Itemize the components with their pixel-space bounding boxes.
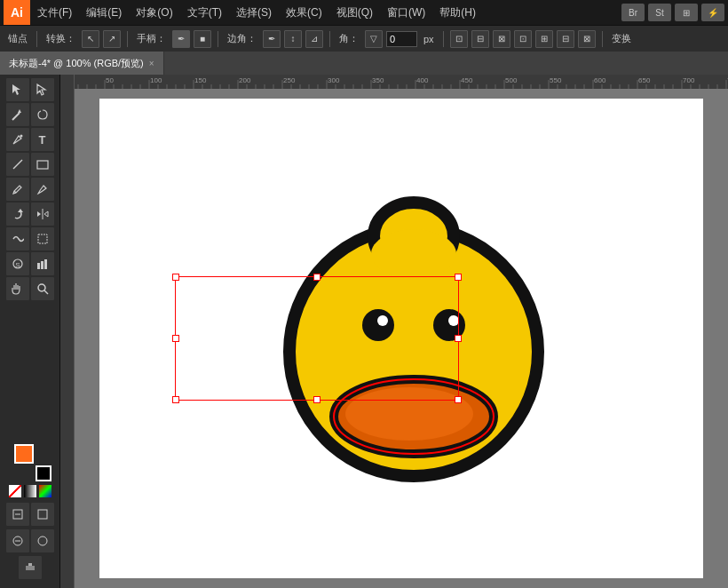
rectangle-tool[interactable] bbox=[31, 153, 54, 176]
svg-line-19 bbox=[44, 290, 48, 294]
handle-top-left[interactable] bbox=[172, 274, 179, 281]
active-tab[interactable]: 未标题-4* @ 100% (RGB/预览) × bbox=[0, 52, 164, 75]
extra-tool-4[interactable] bbox=[31, 529, 54, 552]
svg-rect-22 bbox=[38, 510, 47, 519]
corner-btn3[interactable]: ⊿ bbox=[305, 30, 323, 48]
menu-window[interactable]: 窗口(W) bbox=[380, 0, 432, 25]
align-btn5[interactable]: ⊞ bbox=[535, 30, 553, 48]
svg-text:250: 250 bbox=[283, 76, 296, 84]
corner-btn2[interactable]: ↕ bbox=[284, 30, 302, 48]
menu-type[interactable]: 文字(T) bbox=[180, 0, 229, 25]
transform-btn1[interactable]: ↖ bbox=[82, 30, 99, 48]
paintbrush-tool[interactable] bbox=[31, 178, 54, 201]
extra-tool-1[interactable] bbox=[6, 503, 29, 526]
align-btn1[interactable]: ⊡ bbox=[450, 30, 468, 48]
tool-row-1 bbox=[0, 78, 59, 101]
fill-color-swatch[interactable] bbox=[14, 444, 34, 464]
svg-text:600: 600 bbox=[594, 76, 606, 84]
svg-marker-1 bbox=[37, 84, 45, 95]
corner-btn[interactable]: ✒ bbox=[263, 30, 281, 48]
rotate-tool[interactable] bbox=[6, 203, 29, 226]
menu-effect[interactable]: 效果(C) bbox=[279, 0, 329, 25]
tool-row-5 bbox=[0, 178, 59, 201]
duck-artwork bbox=[263, 187, 565, 489]
st-icon[interactable]: St bbox=[648, 4, 671, 21]
magic-wand-tool[interactable] bbox=[6, 103, 29, 126]
menu-file[interactable]: 文件(F) bbox=[30, 0, 79, 25]
align-btn6[interactable]: ⊟ bbox=[557, 30, 574, 48]
angle-input[interactable] bbox=[386, 31, 417, 47]
angle-dropdown[interactable]: ▽ bbox=[365, 30, 383, 48]
align-btn3[interactable]: ⊠ bbox=[493, 30, 510, 48]
column-graph-tool[interactable] bbox=[31, 252, 54, 275]
svg-text:S: S bbox=[15, 261, 20, 269]
svg-text:50: 50 bbox=[106, 76, 114, 84]
menu-bar: 文件(F) 编辑(E) 对象(O) 文字(T) 选择(S) 效果(C) 视图(Q… bbox=[30, 0, 621, 25]
svg-text:200: 200 bbox=[239, 76, 251, 84]
white-canvas bbox=[99, 99, 703, 578]
svg-rect-6 bbox=[37, 161, 48, 169]
svg-point-131 bbox=[433, 309, 465, 341]
divider3 bbox=[218, 31, 218, 47]
hand-tool[interactable] bbox=[6, 277, 29, 300]
tool-row-2 bbox=[0, 103, 59, 126]
menu-help[interactable]: 帮助(H) bbox=[432, 0, 483, 25]
free-transform-tool[interactable] bbox=[31, 227, 54, 250]
transform-btn2[interactable]: ↗ bbox=[103, 30, 121, 48]
align-btn2[interactable]: ⊟ bbox=[471, 30, 489, 48]
svg-point-126 bbox=[371, 229, 456, 279]
br-icon[interactable]: Br bbox=[621, 4, 645, 21]
direct-selection-tool[interactable] bbox=[31, 78, 54, 101]
svg-line-2 bbox=[12, 113, 20, 120]
transform-label2: 变换 bbox=[609, 32, 634, 45]
svg-point-4 bbox=[20, 135, 22, 138]
menu-view[interactable]: 视图(Q) bbox=[329, 0, 380, 25]
handle-btn1[interactable]: ✒ bbox=[172, 30, 190, 48]
extra-tool-5[interactable] bbox=[19, 556, 42, 579]
svg-text:450: 450 bbox=[461, 76, 473, 84]
zoom-tool[interactable] bbox=[31, 277, 54, 300]
grid-icon[interactable]: ⊞ bbox=[675, 4, 698, 21]
extra-tool-2[interactable] bbox=[31, 503, 54, 526]
none-swatch[interactable] bbox=[9, 485, 21, 497]
ai-logo: Ai bbox=[4, 0, 30, 25]
reflect-tool[interactable] bbox=[31, 203, 54, 226]
handle-bot-left[interactable] bbox=[172, 396, 179, 403]
menu-object[interactable]: 对象(O) bbox=[129, 0, 179, 25]
warp-tool[interactable] bbox=[6, 227, 29, 250]
line-tool[interactable] bbox=[6, 153, 29, 176]
pencil-tool[interactable] bbox=[6, 178, 29, 201]
align-btn4[interactable]: ⊡ bbox=[514, 30, 532, 48]
stroke-color-swatch[interactable] bbox=[36, 465, 51, 481]
canvas-area[interactable]: 5010015020025030035040045050055060065070… bbox=[60, 75, 728, 588]
tab-close-button[interactable]: × bbox=[149, 59, 154, 68]
tool-row-4 bbox=[0, 153, 59, 176]
color-swatch[interactable] bbox=[39, 485, 51, 497]
svg-marker-0 bbox=[12, 84, 20, 95]
ruler-left bbox=[60, 75, 75, 588]
svg-text:700: 700 bbox=[683, 76, 695, 84]
svg-text:400: 400 bbox=[416, 76, 429, 84]
svg-line-7 bbox=[14, 191, 16, 193]
svg-text:650: 650 bbox=[638, 76, 651, 84]
menu-edit[interactable]: 编辑(E) bbox=[79, 0, 129, 25]
handle-mid-left[interactable] bbox=[172, 335, 179, 342]
type-tool[interactable]: T bbox=[31, 128, 54, 151]
gradient-swatch[interactable] bbox=[24, 485, 36, 497]
selection-tool[interactable] bbox=[6, 78, 29, 101]
lasso-tool[interactable] bbox=[31, 103, 54, 126]
symbol-tool[interactable]: S bbox=[6, 252, 29, 275]
svg-point-25 bbox=[38, 536, 47, 545]
menu-select[interactable]: 选择(S) bbox=[229, 0, 279, 25]
pen-tool[interactable] bbox=[6, 128, 29, 151]
tab-bar: 未标题-4* @ 100% (RGB/预览) × bbox=[0, 52, 728, 75]
handle-btn2[interactable]: ■ bbox=[194, 30, 211, 48]
extra-tool-3[interactable] bbox=[6, 529, 29, 552]
ruler-top: 5010015020025030035040045050055060065070… bbox=[60, 75, 728, 89]
svg-text:100: 100 bbox=[150, 76, 162, 84]
angle-unit: px bbox=[421, 34, 437, 44]
canvas-background bbox=[75, 89, 728, 588]
svg-point-129 bbox=[345, 387, 473, 441]
lightning-icon[interactable]: ⚡ bbox=[701, 4, 724, 21]
align-btn7[interactable]: ⊠ bbox=[578, 30, 596, 48]
